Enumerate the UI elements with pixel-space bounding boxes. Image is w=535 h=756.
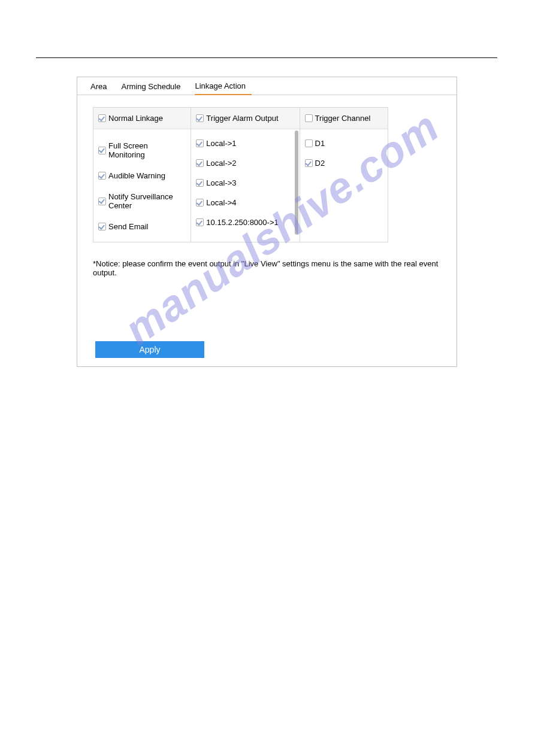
list-item: Local->3 xyxy=(196,171,294,191)
list-item: D2 xyxy=(305,151,383,171)
checkbox-local-4[interactable] xyxy=(196,199,204,207)
checkbox-trigger-alarm-output-all[interactable] xyxy=(196,114,204,122)
column-trigger-channel: Trigger Channel D1 D2 xyxy=(300,108,388,242)
tab-bar: Area Arming Schedule Linkage Action xyxy=(77,77,457,95)
scrollbar-thumb[interactable] xyxy=(295,130,298,235)
checkbox-label: Audible Warning xyxy=(108,171,165,180)
checkbox-audible-warning[interactable] xyxy=(98,172,106,180)
column-normal-linkage: Normal Linkage Full Screen Monitoring Au… xyxy=(93,108,191,242)
checkbox-label: Local->4 xyxy=(206,198,236,207)
linkage-action-panel: Area Arming Schedule Linkage Action Norm… xyxy=(77,77,457,367)
column-header-label: Normal Linkage xyxy=(108,114,163,123)
checkbox-d2[interactable] xyxy=(305,159,313,167)
checkbox-local-1[interactable] xyxy=(196,139,204,147)
checkbox-local-3[interactable] xyxy=(196,179,204,187)
tab-arming-schedule[interactable]: Arming Schedule xyxy=(121,78,186,95)
apply-button[interactable]: Apply xyxy=(95,341,204,358)
checkbox-label: Full Screen Monitoring xyxy=(108,141,186,159)
checkbox-send-email[interactable] xyxy=(98,223,106,230)
checkbox-trigger-channel-all[interactable] xyxy=(305,114,313,122)
checkbox-label: Notify Surveillance Center xyxy=(108,192,186,210)
checkbox-label: Send Email xyxy=(108,222,148,231)
column-body-trigger-alarm-output: Local->1 Local->2 Local->3 Local->4 10.1… xyxy=(191,129,299,238)
list-item: Local->2 xyxy=(196,151,294,171)
checkbox-label: D1 xyxy=(315,139,325,148)
column-header-trigger-alarm-output: Trigger Alarm Output xyxy=(191,108,299,129)
checkbox-normal-linkage-all[interactable] xyxy=(98,114,106,122)
checkbox-notify-surveillance-center[interactable] xyxy=(98,198,106,205)
checkbox-label: Local->2 xyxy=(206,159,236,168)
column-header-normal-linkage: Normal Linkage xyxy=(93,108,191,129)
checkbox-label: D2 xyxy=(315,159,325,168)
list-item: Local->4 xyxy=(196,191,294,211)
checkbox-label: Local->3 xyxy=(206,178,236,187)
list-item: Send Email xyxy=(98,214,186,235)
checkbox-full-screen-monitoring[interactable] xyxy=(98,147,106,154)
list-item: Full Screen Monitoring xyxy=(98,133,186,163)
list-item: Audible Warning xyxy=(98,163,186,184)
column-body-trigger-channel: D1 D2 xyxy=(300,129,388,178)
tab-area[interactable]: Area xyxy=(90,78,113,95)
checkbox-local-2[interactable] xyxy=(196,159,204,167)
checkbox-d1[interactable] xyxy=(305,139,313,147)
checkbox-label: Local->1 xyxy=(206,139,236,148)
checkbox-label: 10.15.2.250:8000->1 xyxy=(206,218,278,227)
column-header-label: Trigger Channel xyxy=(315,114,371,123)
list-item: Notify Surveillance Center xyxy=(98,184,186,214)
list-item: 10.15.2.250:8000->1 xyxy=(196,211,294,230)
list-item: D1 xyxy=(305,133,383,151)
tab-linkage-action[interactable]: Linkage Action xyxy=(195,78,252,95)
notice-text: *Notice: please confirm the event output… xyxy=(93,259,457,277)
column-body-normal-linkage: Full Screen Monitoring Audible Warning N… xyxy=(93,129,191,242)
list-item: Local->1 xyxy=(196,133,294,151)
checkbox-remote-output-1[interactable] xyxy=(196,218,204,226)
linkage-columns: Normal Linkage Full Screen Monitoring Au… xyxy=(93,107,388,242)
column-header-trigger-channel: Trigger Channel xyxy=(300,108,388,129)
page-divider xyxy=(36,57,497,58)
column-trigger-alarm-output: Trigger Alarm Output Local->1 Local->2 L… xyxy=(191,108,300,242)
column-header-label: Trigger Alarm Output xyxy=(206,114,278,123)
